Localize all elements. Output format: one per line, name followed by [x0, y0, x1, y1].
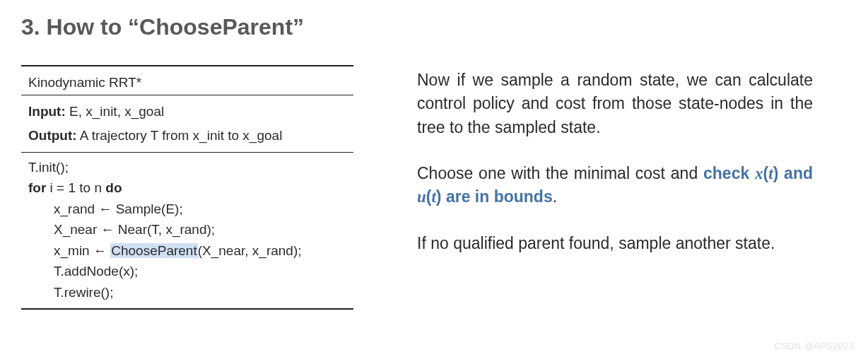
p2-u: u	[417, 188, 426, 206]
p2-post: .	[553, 187, 557, 206]
algo-input-row: Input: E, x_init, x_goal	[21, 95, 353, 124]
p2-check: check	[703, 164, 755, 182]
p2-pre: Choose one with the minimal cost and	[417, 164, 703, 182]
loop-mid: i = 1 to n	[46, 180, 105, 195]
code-line-6: T.addNode(x);	[28, 261, 353, 281]
explain-para-2: Choose one with the minimal cost and che…	[417, 162, 813, 209]
line5-post: (X_near, x_rand);	[198, 243, 302, 258]
algorithm-box: Kinodynamic RRT* Input: E, x_init, x_goa…	[21, 65, 353, 310]
line5-pre: x_min ←	[54, 243, 110, 258]
p2-x: x	[755, 165, 763, 182]
algo-code: T.init(); for i = 1 to n do x_rand ← Sam…	[21, 153, 353, 308]
content-row: Kinodynamic RRT* Input: E, x_init, x_goa…	[21, 65, 847, 310]
output-label: Output:	[28, 128, 77, 143]
algo-top-rule	[21, 65, 353, 66]
choose-parent-highlight: ChooseParent	[110, 243, 197, 258]
p2-pa2b: )	[436, 187, 442, 206]
kw-do: do	[105, 180, 122, 195]
code-line-1: T.init();	[28, 157, 353, 177]
code-line-7: T.rewire();	[28, 282, 353, 303]
code-line-2: for i = 1 to n do	[28, 177, 353, 198]
code-line-5: x_min ← ChooseParent(X_near, x_rand);	[28, 240, 353, 261]
explain-para-3: If no qualified parent found, sample ano…	[417, 232, 813, 255]
watermark: CSDN @APS2023	[775, 341, 854, 351]
explain-para-1: Now if we sample a random state, we can …	[417, 69, 813, 139]
explanation-column: Now if we sample a random state, we can …	[417, 65, 813, 310]
output-text: A trajectory T from x_init to x_goal	[77, 128, 283, 143]
algo-bottom-rule	[21, 308, 353, 310]
code-line-4: X_near ← Near(T, x_rand);	[28, 219, 353, 240]
kw-for: for	[28, 180, 46, 195]
algo-title: Kinodynamic RRT*	[21, 71, 353, 95]
algo-output-row: Output: A trajectory T from x_init to x_…	[21, 124, 353, 152]
section-heading: 3. How to “ChooseParent”	[21, 14, 847, 40]
p2-bounds: are in bounds	[442, 187, 553, 206]
p2-and: and	[778, 164, 813, 182]
input-text: E, x_init, x_goal	[66, 104, 164, 119]
code-line-3: x_rand ← Sample(E);	[28, 199, 353, 219]
input-label: Input:	[28, 104, 66, 119]
